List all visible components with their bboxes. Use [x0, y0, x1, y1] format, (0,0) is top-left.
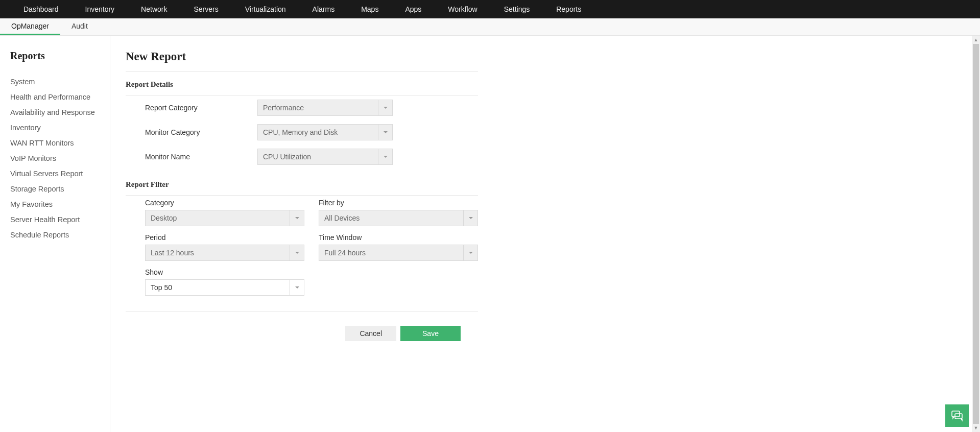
topnav-settings[interactable]: Settings — [491, 0, 543, 18]
scrollbar[interactable]: ▲ ▼ — [972, 36, 980, 432]
select-report-category-value: Performance — [258, 100, 378, 115]
label-monitor-name: Monitor Name — [145, 153, 257, 161]
sidebar-item-my-favorites[interactable]: My Favorites — [10, 197, 100, 212]
scroll-down-icon[interactable]: ▼ — [972, 424, 980, 432]
topnav-network[interactable]: Network — [128, 0, 180, 18]
select-show-toggle[interactable] — [290, 280, 304, 295]
chat-icon — [950, 410, 964, 422]
sidebar-item-virtual-servers[interactable]: Virtual Servers Report — [10, 166, 100, 181]
chevron-down-icon — [295, 252, 299, 254]
select-report-category-toggle[interactable] — [378, 100, 392, 115]
select-time-window-value: Full 24 hours — [319, 245, 463, 260]
section-title-filter: Report Filter — [126, 169, 478, 195]
save-button[interactable]: Save — [400, 326, 461, 341]
chevron-down-icon — [295, 217, 299, 219]
subnav: OpManager Audit — [0, 18, 980, 36]
topnav-workflow[interactable]: Workflow — [435, 0, 490, 18]
sidebar-item-voip[interactable]: VoIP Monitors — [10, 151, 100, 166]
topnav-reports[interactable]: Reports — [543, 0, 594, 18]
select-filter-by-value: All Devices — [319, 210, 463, 226]
svg-rect-1 — [955, 414, 962, 419]
chevron-down-icon — [384, 107, 388, 109]
subnav-audit[interactable]: Audit — [60, 18, 99, 35]
sidebar: Reports System Health and Performance Av… — [0, 36, 110, 432]
scroll-thumb[interactable] — [973, 44, 979, 424]
sidebar-item-schedule-reports[interactable]: Schedule Reports — [10, 227, 100, 243]
select-period[interactable]: Last 12 hours — [145, 245, 304, 261]
select-monitor-name[interactable]: CPU Utilization — [257, 149, 393, 165]
label-report-category: Report Category — [145, 104, 257, 112]
select-category-toggle[interactable] — [290, 210, 304, 226]
select-monitor-category-value: CPU, Memory and Disk — [258, 125, 378, 140]
chevron-down-icon — [384, 156, 388, 158]
sidebar-title: Reports — [10, 50, 100, 62]
label-period: Period — [145, 233, 304, 242]
topnav: Dashboard Inventory Network Servers Virt… — [0, 0, 980, 18]
select-show-value: Top 50 — [146, 280, 290, 295]
label-time-window: Time Window — [319, 233, 478, 242]
select-filter-by[interactable]: All Devices — [319, 210, 478, 226]
sidebar-item-inventory[interactable]: Inventory — [10, 120, 100, 135]
scroll-up-icon[interactable]: ▲ — [972, 36, 980, 44]
sidebar-item-availability-response[interactable]: Availability and Response — [10, 105, 100, 120]
label-monitor-category: Monitor Category — [145, 128, 257, 136]
select-show[interactable]: Top 50 — [145, 279, 304, 296]
select-monitor-name-toggle[interactable] — [378, 149, 392, 164]
select-time-window-toggle[interactable] — [463, 245, 477, 260]
select-category-value: Desktop — [146, 210, 290, 226]
select-category[interactable]: Desktop — [145, 210, 304, 226]
topnav-alarms[interactable]: Alarms — [299, 0, 348, 18]
sidebar-item-system[interactable]: System — [10, 74, 100, 89]
page-title: New Report — [126, 50, 965, 71]
sidebar-item-health-performance[interactable]: Health and Performance — [10, 89, 100, 105]
topnav-inventory[interactable]: Inventory — [72, 0, 128, 18]
topnav-servers[interactable]: Servers — [180, 0, 231, 18]
chevron-down-icon — [469, 217, 473, 219]
topnav-dashboard[interactable]: Dashboard — [10, 0, 72, 18]
chat-button[interactable] — [945, 404, 969, 427]
select-report-category[interactable]: Performance — [257, 100, 393, 116]
select-monitor-category[interactable]: CPU, Memory and Disk — [257, 124, 393, 140]
label-show: Show — [145, 268, 304, 276]
sidebar-item-storage-reports[interactable]: Storage Reports — [10, 181, 100, 197]
topnav-apps[interactable]: Apps — [392, 0, 435, 18]
topnav-virtualization[interactable]: Virtualization — [232, 0, 299, 18]
sidebar-item-wan-rtt[interactable]: WAN RTT Monitors — [10, 135, 100, 151]
select-period-value: Last 12 hours — [146, 245, 290, 260]
sidebar-item-server-health[interactable]: Server Health Report — [10, 212, 100, 227]
cancel-button[interactable]: Cancel — [345, 326, 396, 341]
label-category: Category — [145, 199, 304, 207]
main-content: New Report Report Details Report Categor… — [110, 36, 980, 432]
select-filter-by-toggle[interactable] — [463, 210, 477, 226]
subnav-opmanager[interactable]: OpManager — [0, 18, 60, 35]
section-title-details: Report Details — [126, 72, 478, 95]
chevron-down-icon — [384, 131, 388, 133]
select-monitor-category-toggle[interactable] — [378, 125, 392, 140]
chevron-down-icon — [295, 286, 299, 289]
select-period-toggle[interactable] — [290, 245, 304, 260]
label-filter-by: Filter by — [319, 199, 478, 207]
topnav-maps[interactable]: Maps — [348, 0, 392, 18]
select-monitor-name-value: CPU Utilization — [258, 149, 378, 164]
select-time-window[interactable]: Full 24 hours — [319, 245, 478, 261]
chevron-down-icon — [469, 252, 473, 254]
